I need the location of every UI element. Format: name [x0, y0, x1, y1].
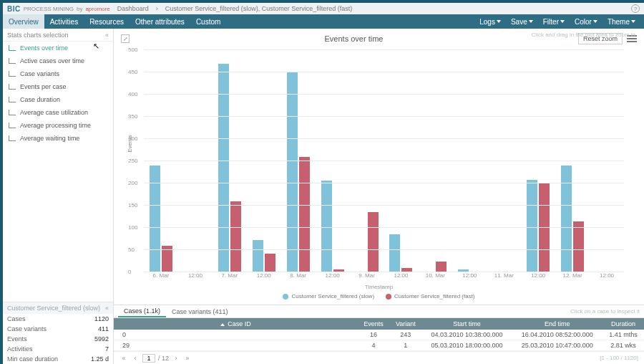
main-menu: OverviewActivitiesResourcesOther attribu…: [3, 14, 644, 29]
pager-first-icon[interactable]: «: [119, 355, 128, 362]
expand-icon[interactable]: ⤢: [121, 34, 130, 43]
menu-color-dropdown[interactable]: Color: [570, 18, 602, 26]
table-row[interactable]: 294105.03.2010 18:00:00.00025.03.2010 10…: [114, 340, 644, 351]
bar-group[interactable]: [424, 262, 447, 273]
bar-group[interactable]: [150, 166, 172, 272]
bar-fast[interactable]: [539, 183, 550, 272]
chart-plot[interactable]: Events 050100150200250300350400450500: [144, 50, 624, 272]
x-tick: 8. Mar: [290, 272, 306, 279]
chart-icon: [9, 71, 16, 77]
title-bar: BIC PROCESS MINING by apromore Dashboard…: [3, 3, 644, 14]
bar-fast[interactable]: [436, 262, 447, 273]
cases-table: Case IDEventsVariantStart timeEnd timeDu…: [114, 318, 644, 351]
help-icon[interactable]: ?: [631, 4, 640, 13]
bar-slow[interactable]: [287, 72, 298, 272]
bar-group[interactable]: [287, 72, 310, 272]
menu-save-dropdown[interactable]: Save: [507, 18, 537, 26]
pager-info: [1 - 100 / 1120]: [600, 355, 638, 361]
pager: « ‹ / 12 › » [1 - 100 / 1120]: [114, 351, 644, 364]
sort-asc-icon: [220, 323, 225, 326]
bar-group[interactable]: [321, 181, 344, 272]
bar-group[interactable]: [253, 240, 275, 272]
x-tick: 12:00: [600, 272, 614, 279]
chevron-down-icon: [593, 20, 597, 23]
bar-slow[interactable]: [218, 64, 229, 272]
sidebar: Stats charts selection « Events over tim…: [3, 29, 114, 364]
stat-row: Min case duration1.25 d: [3, 354, 113, 364]
bar-slow[interactable]: [321, 181, 332, 272]
chevron-down-icon: [560, 20, 565, 23]
sidebar-stats-collapse-icon[interactable]: «: [105, 305, 109, 312]
bar-slow[interactable]: [527, 180, 537, 272]
stat-row: Activities7: [3, 344, 113, 354]
sidebar-stats-title: Customer Service_filtered (slow): [7, 305, 100, 312]
chart-panel: Click and drag in the plot area to zoom …: [114, 29, 644, 305]
vendor: apromore: [85, 6, 109, 12]
bar-fast[interactable]: [299, 157, 310, 272]
cases-panel: Cases (1.1k) Case variants (411) Click o…: [114, 305, 644, 364]
logo-main: BIC: [7, 5, 21, 13]
chart-icon: [9, 84, 16, 90]
bar-group[interactable]: [218, 64, 241, 272]
col-duration[interactable]: Duration: [602, 318, 644, 330]
bar-group[interactable]: [527, 180, 550, 272]
bar-fast[interactable]: [368, 212, 379, 272]
menu-tab-overview[interactable]: Overview: [3, 14, 44, 29]
x-tick: 12:00: [257, 272, 271, 279]
pager-prev-icon[interactable]: ‹: [131, 355, 140, 362]
bar-slow[interactable]: [150, 166, 160, 272]
stat-row: Cases1120: [3, 314, 113, 324]
sidebar-collapse-icon[interactable]: «: [105, 32, 109, 39]
tab-case-variants[interactable]: Case variants (411): [166, 305, 234, 317]
menu-tab-resources[interactable]: Resources: [84, 14, 130, 29]
chart-icon: [9, 110, 16, 115]
bar-group[interactable]: [389, 234, 412, 272]
chart-icon: [9, 58, 16, 64]
sidebar-item-average-case-utilization[interactable]: Average case utilization: [3, 106, 113, 119]
breadcrumb-item[interactable]: Customer Service_filtered (slow), Custom…: [165, 5, 353, 12]
bar-fast[interactable]: [573, 221, 584, 272]
bar-slow[interactable]: [253, 240, 263, 272]
bar-group[interactable]: [356, 212, 379, 272]
sidebar-item-active-cases-over-time[interactable]: Active cases over time: [3, 54, 113, 67]
pager-last-icon[interactable]: »: [183, 355, 192, 362]
menu-tab-other-attributes[interactable]: Other attributes: [130, 14, 190, 29]
x-tick: 12:00: [394, 272, 408, 279]
tab-cases[interactable]: Cases (1.1k): [118, 305, 166, 317]
menu-tab-custom[interactable]: Custom: [190, 14, 226, 29]
table-hint: Click on a case to inspect it: [570, 308, 640, 315]
bar-fast[interactable]: [230, 201, 241, 272]
breadcrumb-root[interactable]: Dashboard: [117, 5, 149, 12]
menu-tab-activities[interactable]: Activities: [44, 14, 84, 29]
sidebar-item-events-per-case[interactable]: Events per case: [3, 80, 113, 93]
table-row[interactable]: 01624304.03.2010 10:38:00.00016.04.2010 …: [114, 330, 644, 340]
col-case-id[interactable]: Case ID: [114, 318, 358, 330]
chevron-down-icon: [529, 20, 533, 23]
bar-slow[interactable]: [561, 166, 572, 272]
sidebar-item-average-waiting-time[interactable]: Average waiting time: [3, 132, 113, 145]
sidebar-item-case-duration[interactable]: Case duration: [3, 93, 113, 106]
sidebar-item-case-variants[interactable]: Case variants: [3, 67, 113, 80]
x-axis-label: Timestamp: [121, 284, 637, 290]
pager-next-icon[interactable]: ›: [172, 355, 180, 362]
menu-filter-dropdown[interactable]: Filter: [539, 18, 569, 26]
x-tick: 12:00: [531, 272, 545, 279]
sidebar-item-average-processing-time[interactable]: Average processing time: [3, 119, 113, 132]
col-variant[interactable]: Variant: [389, 318, 421, 330]
pager-page-input[interactable]: [142, 354, 155, 363]
chart-icon: [9, 135, 16, 141]
x-tick: 11. Mar: [494, 272, 514, 279]
x-tick: 12:00: [326, 272, 340, 279]
bar-group[interactable]: [561, 166, 584, 272]
col-end-time[interactable]: End time: [512, 318, 602, 330]
bar-fast[interactable]: [265, 254, 275, 272]
sidebar-heading: Stats charts selection: [7, 32, 69, 39]
x-tick: 12:00: [462, 272, 477, 279]
menu-theme-dropdown[interactable]: Theme: [603, 18, 640, 26]
pager-total: / 12: [158, 355, 169, 362]
col-events[interactable]: Events: [358, 318, 390, 330]
stat-row: Events5992: [3, 334, 113, 344]
menu-logs-dropdown[interactable]: Logs: [475, 18, 505, 26]
col-start-time[interactable]: Start time: [421, 318, 512, 330]
bar-slow[interactable]: [389, 234, 400, 272]
